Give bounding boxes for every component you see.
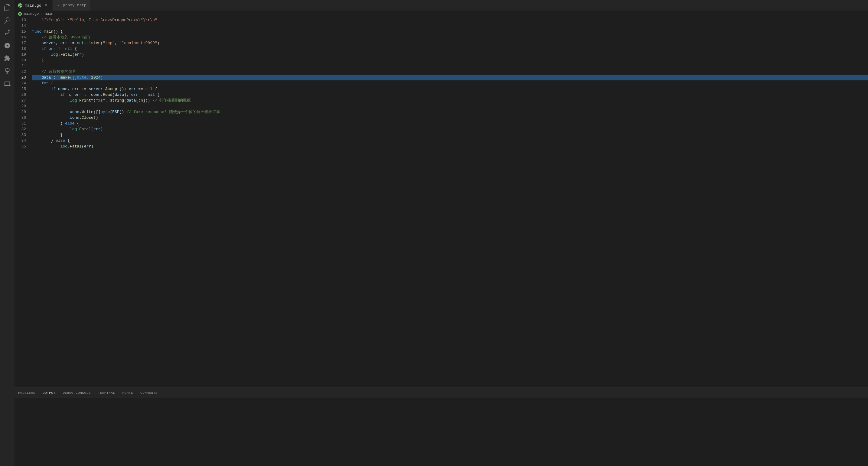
str-tcp: "tcp" (103, 40, 115, 46)
breadcrumb-separator: › (40, 12, 43, 16)
fn-accept: Accept (105, 86, 120, 92)
pkg-net: net (77, 40, 84, 46)
tab-terminal[interactable]: TERMINAL (94, 388, 119, 398)
ln-25: 25 (14, 86, 26, 92)
kw-func: func (32, 29, 41, 34)
run-icon[interactable] (2, 40, 12, 51)
str-addr: "localhost:9999" (120, 40, 157, 46)
var-err: err (61, 40, 67, 46)
tab-output[interactable]: OUTPUT (39, 388, 59, 398)
editor-content[interactable]: 13 14 15 16 17 18 19 20 21 22 23 24 25 2… (14, 17, 868, 388)
ln-24: 24 (14, 80, 26, 86)
ln-26: 26 (14, 92, 26, 98)
ln-32: 32 (14, 126, 26, 132)
ln-16: 16 (14, 34, 26, 40)
bottom-panel: PROBLEMS OUTPUT DEBUG CONSOLE TERMINAL P… (14, 388, 868, 466)
comment-16: // 监听本地的 9999 端口 (41, 34, 90, 40)
tab-main-go-label: main.go (25, 3, 41, 8)
code-line-19: log . Fatal ( err ) (32, 52, 868, 58)
code-line-15: func main () { (32, 29, 868, 34)
string-token: "{\"rsp\": \"Hello, I am CrazyDragonProx… (41, 17, 157, 23)
var-err2: err (49, 46, 56, 52)
fn-fatal3: Fatal (70, 143, 82, 149)
ln-35: 35 (14, 143, 26, 149)
var-err5: err (129, 86, 136, 92)
tab-debug-console[interactable]: DEBUG CONSOLE (59, 388, 94, 398)
tab-main-go[interactable]: go main.go × (14, 0, 53, 10)
fn-string: string (110, 98, 124, 103)
panel-content (14, 398, 868, 466)
ln-15: 15 (14, 29, 26, 34)
tab-ports[interactable]: PORTS (119, 388, 137, 398)
kw-nil: nil (65, 46, 72, 52)
code-line-32: log . Fatal ( err ) (32, 126, 868, 132)
var-data: data (41, 75, 51, 80)
tab-proxy-http[interactable]: ≈ proxy.http (53, 0, 90, 10)
str-fmt: "%s" (96, 98, 105, 103)
ln-27: 27 (14, 98, 26, 103)
breadcrumb-symbol[interactable]: main (45, 12, 54, 16)
type-byte: byte (77, 75, 86, 80)
activity-bar (0, 0, 14, 466)
ln-22: 22 (14, 69, 26, 75)
tab-problems-label: PROBLEMS (18, 391, 35, 395)
kw-else: else (65, 121, 74, 126)
remote-icon[interactable] (2, 78, 12, 89)
go-file-icon: go (18, 3, 22, 7)
code-line-35: log . Fatal ( err ) (32, 143, 868, 149)
comment-22: // 读取数据的切片 (41, 69, 76, 75)
ln-21: 21 (14, 63, 26, 69)
fn-listen: Listen (86, 40, 100, 46)
breadcrumb: go main.go › main (14, 10, 868, 17)
tab-terminal-label: TERMINAL (98, 391, 115, 395)
breadcrumb-go-icon: go (18, 12, 22, 16)
pkg-log: log (51, 52, 58, 58)
search-icon[interactable] (2, 15, 12, 25)
tab-comments[interactable]: COMMENTS (137, 388, 161, 398)
kw-else2: else (56, 138, 65, 143)
kw-for: for (41, 80, 49, 86)
var-conn3: conn (70, 109, 79, 115)
code-line-33: } (32, 132, 868, 138)
code-view: 13 14 15 16 17 18 19 20 21 22 23 24 25 2… (14, 17, 868, 388)
var-err9: err (84, 143, 91, 149)
type-byte2: byte (100, 109, 110, 115)
code-line-13: "{\"rsp\": \"Hello, I am CrazyDragonProx… (32, 17, 868, 23)
code-line-21 (32, 63, 868, 69)
var-conn2: conn (91, 92, 100, 98)
var-err6: err (74, 92, 81, 98)
tab-proxy-http-label: proxy.http (63, 3, 87, 7)
num-1024: 1024 (91, 75, 100, 80)
var-server2: server (89, 86, 103, 92)
code-line-18: if err != nil { (32, 46, 868, 52)
fn-write: Write (82, 109, 93, 115)
tab-comments-label: COMMENTS (140, 391, 158, 395)
var-err7: err (131, 92, 138, 98)
var-err3: err (74, 52, 81, 58)
files-icon[interactable] (2, 2, 12, 13)
fn-fatal: Fatal (61, 52, 72, 58)
ln-29: 29 (14, 109, 26, 115)
ln-31: 31 (14, 121, 26, 126)
code-line-27: log . Printf ( "%s" , string ( data [:n]… (32, 98, 868, 103)
var-data2: data (115, 92, 124, 98)
code-line-29: conn . Write ([] byte ( RSP )) // fake r… (32, 109, 868, 115)
breadcrumb-file[interactable]: main.go (24, 12, 39, 16)
testing-icon[interactable] (2, 66, 12, 76)
editor-area: 13 14 15 16 17 18 19 20 21 22 23 24 25 2… (14, 17, 868, 466)
tab-close-main-go[interactable]: × (44, 3, 49, 8)
code-line-17: server , err := net . Listen ( "tcp" , "… (32, 40, 868, 46)
kw-if: if (41, 46, 46, 52)
code-line-16: // 监听本地的 9999 端口 (32, 34, 868, 40)
kw-nil3: nil (148, 92, 155, 98)
source-control-icon[interactable] (2, 28, 12, 38)
var-err8: err (93, 126, 100, 132)
comment-29: // fake response! 随便弄一个假的响应糊弄了事 (126, 109, 220, 115)
extensions-icon[interactable] (2, 53, 12, 63)
code-line-23: data := make ([] byte , 1024 ) (32, 75, 868, 80)
ln-17: 17 (14, 40, 26, 46)
ln-23: 23 (14, 75, 26, 80)
kw-nil2: nil (146, 86, 152, 92)
code-line-14 (32, 23, 868, 29)
tab-problems[interactable]: PROBLEMS (14, 388, 39, 398)
